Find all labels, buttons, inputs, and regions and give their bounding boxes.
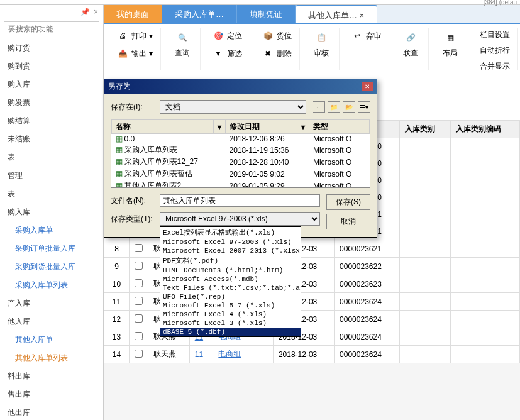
sidebar-item[interactable]: 购入库 — [0, 75, 103, 94]
file-row[interactable]: ▦0.02018-12-06 8:26Microsoft O — [112, 134, 370, 145]
sidebar-item[interactable]: 他出库 — [0, 404, 103, 420]
cancel-button[interactable]: 取消 — [326, 214, 370, 229]
layout-button[interactable]: ▦布局 — [436, 28, 464, 60]
sidebar-item[interactable]: 未结账 — [0, 130, 103, 148]
sidebar-item[interactable]: 他入库 — [0, 312, 103, 331]
sidebar-item[interactable]: 采购入库单 — [0, 221, 103, 240]
row-checkbox[interactable] — [135, 262, 143, 270]
sidebar-item[interactable]: 料出库 — [0, 367, 103, 385]
table-row[interactable]: 14耿天燕11电商组2018-12-030000023624 — [104, 346, 520, 363]
dropdown-option[interactable]: Microsoft Excel 97-2003 (*.xls) — [160, 238, 301, 246]
link-button[interactable]: 🔗联查 — [397, 28, 424, 60]
sidebar-item[interactable]: 管理 — [0, 167, 103, 185]
file-col-date[interactable]: 修改日期 — [226, 120, 297, 134]
sidebar-item[interactable]: 购到货 — [0, 57, 103, 75]
sidebar-item[interactable]: 购入库 — [0, 203, 103, 221]
row-checkbox[interactable] — [135, 244, 143, 252]
search-icon: 🔍 — [174, 29, 191, 47]
save-as-dialog: 另存为 ✕ 保存在(I): 文档 ← 📁 📂 ☰▾ 名称 ▾ 修改日期 ▾ 类型 — [104, 79, 377, 238]
dropdown-option[interactable]: Excel按列表显示格式输出(*.xls) — [160, 227, 301, 238]
sidebar-item[interactable]: 表 — [0, 185, 103, 203]
row-checkbox[interactable] — [135, 332, 143, 340]
file-row[interactable]: ▦采购入库单列表2018-11-19 15:36Microsoft O — [112, 144, 370, 156]
view-icon[interactable]: ☰▾ — [358, 101, 370, 113]
trash-icon: ✖ — [262, 47, 274, 60]
col-type[interactable]: 入库类别 — [399, 121, 450, 138]
query-button[interactable]: 🔍查询 — [169, 28, 196, 60]
output-button[interactable]: 📤输出 ▾ — [113, 45, 157, 62]
row-checkbox[interactable] — [135, 350, 143, 358]
tab[interactable]: 填制凭证 — [237, 5, 296, 23]
row-checkbox[interactable] — [135, 279, 143, 287]
filter-button[interactable]: ▼筛选 — [208, 45, 246, 62]
tab[interactable]: 我的桌面 — [104, 5, 162, 23]
row-checkbox[interactable] — [135, 314, 143, 323]
file-row[interactable]: ▦其他入库单列表22019-01-05 9:29Microsoft O — [112, 180, 370, 188]
dialog-close-button[interactable]: ✕ — [362, 82, 373, 91]
layout-icon: ▦ — [441, 29, 459, 47]
box-icon: 📦 — [262, 30, 274, 42]
sidebar-item[interactable]: 采购订单批量入库 — [0, 240, 103, 258]
new-folder-icon[interactable]: 📂 — [343, 101, 355, 113]
save-in-select[interactable]: 文档 — [160, 100, 306, 114]
filetype-dropdown[interactable]: Excel按列表显示格式输出(*.xls)Microsoft Excel 97-… — [160, 226, 301, 337]
tab[interactable]: 其他入库单… × — [296, 5, 377, 23]
auto-wrap-button[interactable]: 自动折行 — [476, 43, 514, 58]
dropdown-option[interactable]: Microsoft Access(*.mdb) — [160, 275, 301, 284]
sidebar-item[interactable]: 其他入库单 — [0, 331, 103, 349]
target-icon: 🎯 — [212, 30, 224, 42]
sidebar-item[interactable]: 采购入库单列表 — [0, 276, 103, 294]
column-settings-button[interactable]: 栏目设置 — [476, 28, 514, 42]
file-row[interactable]: ▦采购入库单列表暂估2019-01-05 9:02Microsoft O — [112, 168, 370, 180]
dropdown-option[interactable]: Microsoft Excel 5-7 (*.xls) — [160, 301, 301, 310]
file-col-name[interactable]: 名称 — [112, 120, 214, 134]
undo-icon: ↩ — [351, 30, 363, 42]
sidebar-item[interactable]: 售出库 — [0, 385, 103, 404]
back-icon[interactable]: ← — [313, 101, 325, 113]
abandon-button[interactable]: ↩弃审 — [347, 28, 385, 44]
dropdown-option[interactable]: dBASE 5 (*.dbf) — [160, 328, 301, 336]
sidebar-item[interactable]: 产入库 — [0, 294, 103, 312]
col-type-code[interactable]: 入库类别编码 — [450, 121, 519, 138]
save-button[interactable]: 保存(S) — [326, 194, 370, 210]
file-list[interactable]: 名称 ▾ 修改日期 ▾ 类型 ▦0.02018-12-06 8:26Micros… — [111, 119, 370, 188]
inventory-button[interactable]: 📦货位 — [258, 28, 296, 44]
up-icon[interactable]: 📁 — [328, 101, 340, 113]
dropdown-option[interactable]: Microsoft Excel 4 (*.xls) — [160, 310, 301, 319]
pin-icon[interactable]: 📌 — [80, 8, 90, 16]
sidebar-item[interactable]: 购发票 — [0, 94, 103, 112]
delete-button[interactable]: ✖删除 — [258, 45, 296, 62]
file-row[interactable]: ▦采购入库单列表12_272018-12-28 10:40Microsoft O — [112, 156, 370, 168]
dialog-title: 另存为 — [108, 81, 131, 92]
row-checkbox[interactable] — [135, 297, 143, 305]
search-input[interactable] — [4, 21, 99, 36]
printer-icon: 🖨 — [116, 30, 129, 42]
window-titlebar-text: [364] (defau — [484, 0, 517, 6]
filetype-label: 保存类型(T): — [111, 214, 156, 224]
close-icon[interactable]: × — [94, 8, 98, 16]
sidebar: 📌 × 购订货购到货购入库购发票购结算未结账表管理表购入库采购入库单采购订单批量… — [0, 5, 104, 420]
tab-bar: 我的桌面采购入库单…填制凭证其他入库单… × — [104, 5, 520, 24]
sidebar-item[interactable]: 其他入库单列表 — [0, 349, 103, 367]
audit-button[interactable]: 📋审核 — [307, 28, 335, 60]
dropdown-option[interactable]: Microsoft Excel 2007-2013 (*.xlsx) — [160, 246, 301, 255]
export-icon: 📤 — [116, 47, 129, 60]
filename-input[interactable] — [160, 194, 320, 207]
dropdown-option[interactable]: HTML Documents (*.html;*.htm) — [160, 266, 301, 275]
dropdown-option[interactable]: Text Files (*.txt;*.csv;*.tab;*.asc) — [160, 284, 301, 292]
locate-button[interactable]: 🎯定位 — [208, 28, 246, 44]
dropdown-option[interactable]: UFO File(*.rep) — [160, 292, 301, 301]
sidebar-item[interactable]: 采购到货批量入库 — [0, 258, 103, 276]
merge-show-button[interactable]: 合并显示 — [476, 59, 514, 74]
sidebar-item[interactable]: 购订货 — [0, 39, 103, 57]
check-icon: 📋 — [313, 29, 330, 47]
tab[interactable]: 采购入库单… — [162, 5, 237, 23]
file-col-type[interactable]: 类型 — [309, 120, 370, 134]
sidebar-item[interactable]: 表 — [0, 148, 103, 167]
filename-label: 文件名(N): — [111, 196, 156, 206]
dropdown-option[interactable]: Microsoft Excel 3 (*.xls) — [160, 319, 301, 328]
sidebar-item[interactable]: 购结算 — [0, 112, 103, 130]
dropdown-option[interactable]: PDF文档(*.pdf) — [160, 255, 301, 266]
print-button[interactable]: 🖨打印 ▾ — [113, 28, 157, 44]
filetype-select[interactable]: Microsoft Excel 97-2003 (*.xls) — [160, 212, 320, 226]
